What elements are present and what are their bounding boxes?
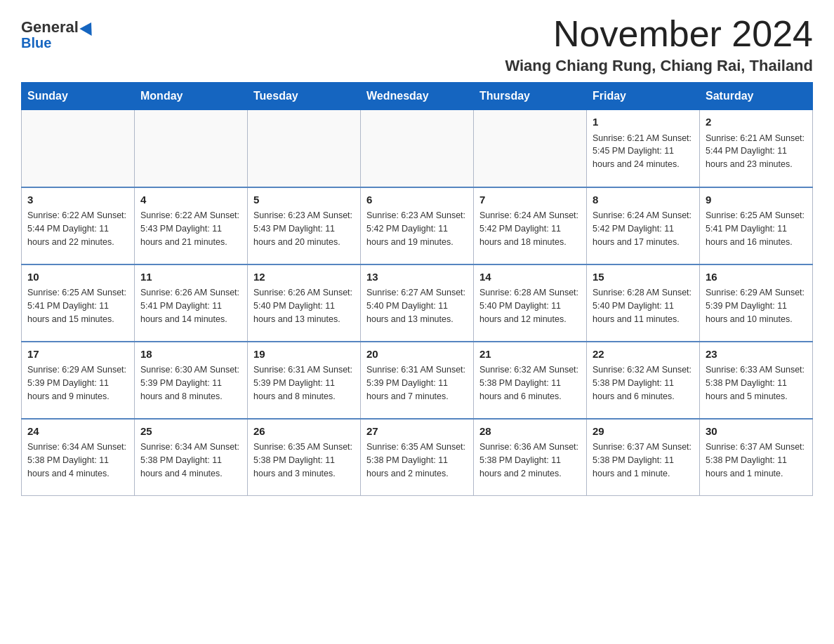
calendar-cell: 27Sunrise: 6:35 AM Sunset: 5:38 PM Dayli… [361,419,474,496]
day-of-week-header: Sunday [22,83,135,110]
day-info: Sunrise: 6:31 AM Sunset: 5:39 PM Dayligh… [253,363,355,403]
calendar-cell [248,110,361,187]
calendar-cell [135,110,248,187]
title-block: November 2024 Wiang Chiang Rung, Chiang … [505,14,813,75]
calendar-cell: 5Sunrise: 6:23 AM Sunset: 5:43 PM Daylig… [248,187,361,264]
day-of-week-header: Saturday [700,83,813,110]
day-number: 7 [479,192,581,208]
day-number: 28 [479,424,581,440]
calendar-cell: 8Sunrise: 6:24 AM Sunset: 5:42 PM Daylig… [587,187,700,264]
calendar-cell: 9Sunrise: 6:25 AM Sunset: 5:41 PM Daylig… [700,187,813,264]
day-info: Sunrise: 6:33 AM Sunset: 5:38 PM Dayligh… [706,363,807,403]
calendar-cell: 11Sunrise: 6:26 AM Sunset: 5:41 PM Dayli… [135,264,248,342]
logo-text: General [21,18,95,36]
calendar-cell: 6Sunrise: 6:23 AM Sunset: 5:42 PM Daylig… [361,187,474,264]
day-number: 25 [140,424,241,440]
day-number: 10 [27,269,128,286]
day-of-week-header: Friday [587,83,700,110]
calendar-cell: 30Sunrise: 6:37 AM Sunset: 5:38 PM Dayli… [700,419,813,496]
day-number: 15 [593,269,694,286]
day-info: Sunrise: 6:31 AM Sunset: 5:39 PM Dayligh… [366,363,468,403]
calendar-week-row: 24Sunrise: 6:34 AM Sunset: 5:38 PM Dayli… [22,419,813,496]
day-info: Sunrise: 6:37 AM Sunset: 5:38 PM Dayligh… [593,441,694,480]
day-info: Sunrise: 6:21 AM Sunset: 5:45 PM Dayligh… [593,132,694,171]
calendar-cell: 20Sunrise: 6:31 AM Sunset: 5:39 PM Dayli… [361,342,474,419]
calendar-cell: 14Sunrise: 6:28 AM Sunset: 5:40 PM Dayli… [474,264,587,342]
day-info: Sunrise: 6:29 AM Sunset: 5:39 PM Dayligh… [27,363,128,403]
calendar-cell: 7Sunrise: 6:24 AM Sunset: 5:42 PM Daylig… [474,187,587,264]
day-info: Sunrise: 6:35 AM Sunset: 5:38 PM Dayligh… [366,441,468,480]
day-number: 9 [706,192,807,208]
calendar-cell: 4Sunrise: 6:22 AM Sunset: 5:43 PM Daylig… [135,187,248,264]
calendar-cell: 22Sunrise: 6:32 AM Sunset: 5:38 PM Dayli… [587,342,700,419]
calendar-cell: 13Sunrise: 6:27 AM Sunset: 5:40 PM Dayli… [361,264,474,342]
calendar-cell [22,110,135,187]
calendar-cell: 2Sunrise: 6:21 AM Sunset: 5:44 PM Daylig… [700,110,813,187]
logo-blue: Blue [21,35,51,51]
calendar-cell: 15Sunrise: 6:28 AM Sunset: 5:40 PM Dayli… [587,264,700,342]
day-of-week-header: Thursday [474,83,587,110]
day-number: 20 [366,347,468,363]
calendar-week-row: 10Sunrise: 6:25 AM Sunset: 5:41 PM Dayli… [22,264,813,342]
calendar-cell: 16Sunrise: 6:29 AM Sunset: 5:39 PM Dayli… [700,264,813,342]
day-info: Sunrise: 6:35 AM Sunset: 5:38 PM Dayligh… [253,441,355,480]
calendar-cell: 21Sunrise: 6:32 AM Sunset: 5:38 PM Dayli… [474,342,587,419]
calendar-week-row: 1Sunrise: 6:21 AM Sunset: 5:45 PM Daylig… [22,110,813,187]
day-number: 4 [140,192,241,208]
calendar-header-row: SundayMondayTuesdayWednesdayThursdayFrid… [22,83,813,110]
calendar-week-row: 3Sunrise: 6:22 AM Sunset: 5:44 PM Daylig… [22,187,813,264]
day-number: 1 [593,114,694,130]
logo-triangle-icon [79,19,97,36]
calendar-cell: 26Sunrise: 6:35 AM Sunset: 5:38 PM Dayli… [248,419,361,496]
logo: General Blue [21,14,95,51]
day-number: 3 [27,192,128,208]
day-number: 11 [140,269,241,286]
day-info: Sunrise: 6:32 AM Sunset: 5:38 PM Dayligh… [479,363,581,403]
day-number: 14 [479,269,581,286]
day-info: Sunrise: 6:37 AM Sunset: 5:38 PM Dayligh… [706,441,807,480]
day-number: 17 [27,347,128,363]
day-number: 30 [706,424,807,440]
day-number: 19 [253,347,355,363]
day-info: Sunrise: 6:29 AM Sunset: 5:39 PM Dayligh… [706,286,807,326]
day-info: Sunrise: 6:26 AM Sunset: 5:41 PM Dayligh… [140,286,241,326]
logo-general: General [21,18,79,36]
day-number: 18 [140,347,241,363]
day-info: Sunrise: 6:23 AM Sunset: 5:43 PM Dayligh… [253,209,355,248]
day-info: Sunrise: 6:32 AM Sunset: 5:38 PM Dayligh… [593,363,694,403]
day-info: Sunrise: 6:34 AM Sunset: 5:38 PM Dayligh… [27,441,128,480]
day-info: Sunrise: 6:28 AM Sunset: 5:40 PM Dayligh… [479,286,581,326]
day-number: 21 [479,347,581,363]
calendar-cell: 24Sunrise: 6:34 AM Sunset: 5:38 PM Dayli… [22,419,135,496]
day-number: 8 [593,192,694,208]
calendar-cell: 12Sunrise: 6:26 AM Sunset: 5:40 PM Dayli… [248,264,361,342]
day-info: Sunrise: 6:24 AM Sunset: 5:42 PM Dayligh… [479,209,581,248]
day-info: Sunrise: 6:36 AM Sunset: 5:38 PM Dayligh… [479,441,581,480]
day-info: Sunrise: 6:21 AM Sunset: 5:44 PM Dayligh… [706,132,807,171]
calendar-table: SundayMondayTuesdayWednesdayThursdayFrid… [21,82,813,496]
day-info: Sunrise: 6:22 AM Sunset: 5:43 PM Dayligh… [140,209,241,248]
day-of-week-header: Tuesday [248,83,361,110]
day-number: 22 [593,347,694,363]
day-number: 24 [27,424,128,440]
day-info: Sunrise: 6:22 AM Sunset: 5:44 PM Dayligh… [27,209,128,248]
calendar-cell: 28Sunrise: 6:36 AM Sunset: 5:38 PM Dayli… [474,419,587,496]
calendar-cell: 23Sunrise: 6:33 AM Sunset: 5:38 PM Dayli… [700,342,813,419]
page-header: General Blue November 2024 Wiang Chiang … [21,14,813,75]
calendar-cell: 19Sunrise: 6:31 AM Sunset: 5:39 PM Dayli… [248,342,361,419]
day-number: 26 [253,424,355,440]
day-info: Sunrise: 6:24 AM Sunset: 5:42 PM Dayligh… [593,209,694,248]
day-info: Sunrise: 6:28 AM Sunset: 5:40 PM Dayligh… [593,286,694,326]
calendar-cell: 25Sunrise: 6:34 AM Sunset: 5:38 PM Dayli… [135,419,248,496]
day-of-week-header: Wednesday [361,83,474,110]
day-info: Sunrise: 6:30 AM Sunset: 5:39 PM Dayligh… [140,363,241,403]
day-number: 5 [253,192,355,208]
calendar-week-row: 17Sunrise: 6:29 AM Sunset: 5:39 PM Dayli… [22,342,813,419]
calendar-cell: 10Sunrise: 6:25 AM Sunset: 5:41 PM Dayli… [22,264,135,342]
month-title: November 2024 [505,14,813,54]
day-info: Sunrise: 6:27 AM Sunset: 5:40 PM Dayligh… [366,286,468,326]
day-info: Sunrise: 6:23 AM Sunset: 5:42 PM Dayligh… [366,209,468,248]
calendar-cell: 17Sunrise: 6:29 AM Sunset: 5:39 PM Dayli… [22,342,135,419]
calendar-cell: 3Sunrise: 6:22 AM Sunset: 5:44 PM Daylig… [22,187,135,264]
day-number: 27 [366,424,468,440]
